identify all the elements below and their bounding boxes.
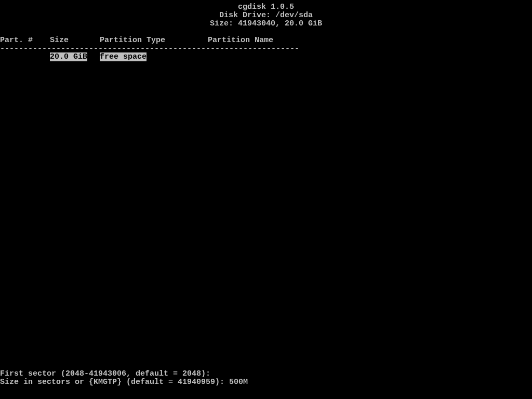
column-header-type: Partition Type <box>100 36 208 45</box>
disk-size-value: 41943040, 20.0 GiB <box>238 19 322 28</box>
cell-size: 20.0 GiB <box>50 53 100 61</box>
disk-size-label: Size: <box>210 19 233 28</box>
column-header-size: Size <box>50 36 100 45</box>
cell-part <box>0 53 50 61</box>
app-title: cgdisk 1.0.5 <box>0 3 532 11</box>
size-prompt-text: Size in sectors or {KMGTP} (default = 41… <box>0 378 229 387</box>
cell-type: free space <box>100 53 208 61</box>
first-sector-prompt: First sector (2048-41943006, default = 2… <box>0 370 532 378</box>
prompt-area: First sector (2048-41943006, default = 2… <box>0 370 532 387</box>
disk-drive-value: /dev/sda <box>275 11 313 20</box>
partition-table: Part. # Size Partition Type Partition Na… <box>0 36 532 61</box>
table-divider: ----------------------------------------… <box>0 45 532 53</box>
disk-drive-label: Disk Drive: <box>219 11 271 20</box>
cell-type-value: free space <box>100 52 147 61</box>
size-prompt-line[interactable]: Size in sectors or {KMGTP} (default = 41… <box>0 378 532 387</box>
app-header: cgdisk 1.0.5 Disk Drive: /dev/sda Size: … <box>0 0 532 28</box>
table-header-row: Part. # Size Partition Type Partition Na… <box>0 36 532 45</box>
column-header-name: Partition Name <box>208 36 532 45</box>
table-row[interactable]: 20.0 GiB free space <box>0 53 532 61</box>
first-sector-prompt-text: First sector (2048-41943006, default = 2… <box>0 369 215 378</box>
disk-drive-line: Disk Drive: /dev/sda <box>0 11 532 20</box>
cell-size-value: 20.0 GiB <box>50 52 87 61</box>
column-header-part: Part. # <box>0 36 50 45</box>
disk-size-line: Size: 41943040, 20.0 GiB <box>0 20 532 28</box>
cell-name <box>208 53 532 61</box>
size-input-value[interactable]: 500M <box>229 378 248 387</box>
